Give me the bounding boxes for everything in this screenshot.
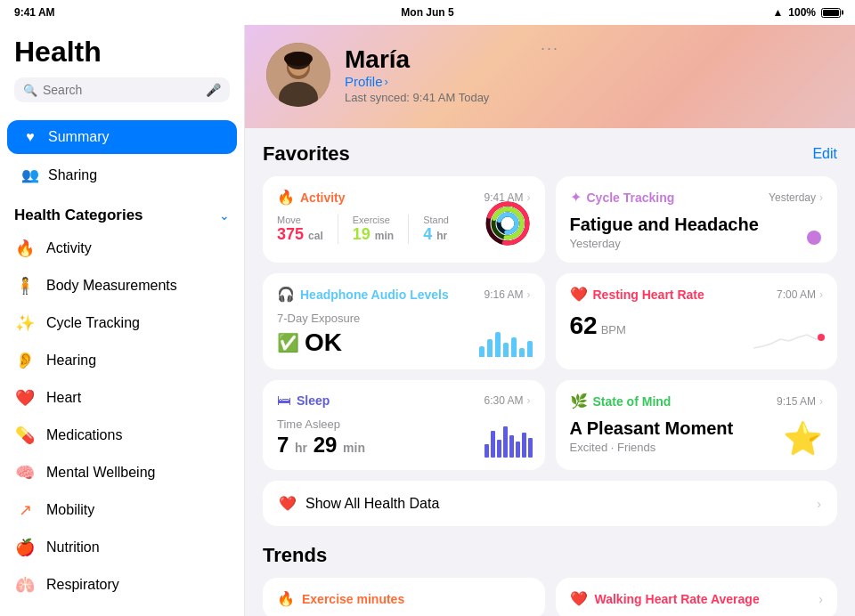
- cycle-dot: [807, 231, 821, 245]
- wifi-icon: ▲: [772, 6, 783, 19]
- battery-percent: 100%: [788, 6, 816, 19]
- sidebar-item-hearing[interactable]: 👂 Hearing: [0, 342, 244, 379]
- heart-rate-chart: [753, 321, 825, 357]
- cycle-card-title: Cycle Tracking: [587, 190, 675, 205]
- sidebar-item-cycle[interactable]: ✨ Cycle Tracking: [0, 304, 244, 342]
- sidebar-item-heart[interactable]: ❤️ Heart: [0, 379, 244, 417]
- status-time: 9:41 AM: [14, 6, 55, 19]
- activity-card[interactable]: 🔥 Activity 9:41 AM › Move 375: [263, 176, 545, 263]
- mindstate-card-title: State of Mind: [593, 394, 672, 409]
- trends-title: Trends: [263, 544, 837, 567]
- activity-card-icon: 🔥: [277, 189, 295, 206]
- exercise-stat: Exercise 19 min: [353, 215, 394, 244]
- trend-heart-label: Walking Heart Rate Average: [595, 592, 760, 606]
- profile-info: María Profile › Last synced: 9:41 AM Tod…: [345, 45, 834, 104]
- cycle-chevron-icon: ›: [819, 191, 823, 204]
- profile-header: ··· María Profile › Last synced: 9:41 AM: [245, 25, 855, 128]
- category-label-activity: Activity: [46, 240, 92, 256]
- show-all-chevron-icon: ›: [817, 497, 821, 511]
- sidebar-header: Health 🔍 🎤: [0, 25, 244, 118]
- stand-value: 4 hr: [423, 225, 449, 244]
- profile-link[interactable]: Profile ›: [345, 74, 834, 89]
- bpm-value: 62: [570, 312, 598, 340]
- app-body: Health 🔍 🎤 ♥ Summary 👥 Sharing Health Ca…: [0, 25, 855, 616]
- mic-icon[interactable]: 🎤: [206, 83, 221, 97]
- mindstate-chevron-icon: ›: [819, 395, 823, 408]
- trend-exercise-card[interactable]: 🔥 Exercise minutes: [263, 578, 545, 616]
- sleep-bar-7: [522, 433, 526, 458]
- move-value: 375 cal: [277, 225, 323, 244]
- cycle-card[interactable]: ✦ Cycle Tracking Yesterday › Fatigue and…: [556, 176, 838, 263]
- search-input[interactable]: [43, 83, 200, 97]
- headphone-card-header: 🎧 Headphone Audio Levels 9:16 AM ›: [277, 286, 531, 303]
- trend-heart-icon: ❤️: [570, 590, 588, 607]
- heart-rate-card-header: ❤️ Resting Heart Rate 7:00 AM ›: [570, 286, 824, 303]
- category-label-nutrition: Nutrition: [46, 539, 100, 555]
- edit-button[interactable]: Edit: [812, 146, 837, 162]
- cycle-time: Yesterday ›: [769, 191, 823, 204]
- heart-icon: ❤️: [14, 387, 36, 409]
- status-day: Mon Jun 5: [401, 6, 453, 19]
- show-all-card[interactable]: ❤️ Show All Health Data ›: [263, 481, 837, 526]
- sidebar-item-summary[interactable]: ♥ Summary: [7, 120, 237, 154]
- mental-icon: 🧠: [14, 462, 36, 483]
- category-label-medications: Medications: [46, 427, 122, 443]
- activity-title-row: 🔥 Activity: [277, 189, 346, 206]
- stand-stat: Stand 4 hr: [423, 215, 449, 244]
- sleep-bar-8: [528, 438, 533, 458]
- headphone-card[interactable]: 🎧 Headphone Audio Levels 9:16 AM › 7-Day…: [263, 273, 545, 369]
- search-bar[interactable]: 🔍 🎤: [14, 77, 230, 102]
- nutrition-icon: 🍎: [14, 537, 36, 558]
- heart-chevron-icon: ›: [819, 288, 823, 301]
- category-label-mobility: Mobility: [46, 502, 94, 518]
- state-of-mind-card[interactable]: 🌿 State of Mind 9:15 AM › A Pleasant Mom…: [556, 380, 838, 470]
- sidebar-item-mental[interactable]: 🧠 Mental Wellbeing: [0, 454, 244, 491]
- sidebar-item-mobility[interactable]: ↗ Mobility: [0, 491, 244, 529]
- mindstate-card-header: 🌿 State of Mind 9:15 AM ›: [570, 393, 824, 409]
- cycle-card-header: ✦ Cycle Tracking Yesterday ›: [570, 189, 824, 206]
- sidebar: Health 🔍 🎤 ♥ Summary 👥 Sharing Health Ca…: [0, 25, 245, 616]
- cycle-card-icon: ✦: [570, 189, 582, 206]
- headphone-bar-chart: [479, 321, 533, 357]
- favorites-section: Favorites Edit 🔥 Activity 9:41 AM ›: [245, 128, 855, 616]
- bar-7: [527, 341, 533, 357]
- sleep-bar-4: [503, 426, 508, 458]
- chevron-down-icon[interactable]: ⌄: [219, 208, 230, 223]
- bar-1: [479, 346, 484, 357]
- heart-rate-card[interactable]: ❤️ Resting Heart Rate 7:00 AM › 62 BPM: [556, 273, 838, 369]
- sleep-bar-3: [497, 440, 501, 458]
- cycle-title-row: ✦ Cycle Tracking: [570, 189, 675, 206]
- sidebar-item-activity[interactable]: 🔥 Activity: [0, 230, 244, 267]
- sidebar-item-body[interactable]: 🧍 Body Measurements: [0, 267, 244, 304]
- sidebar-item-sleep[interactable]: 🛏 Sleep: [0, 604, 244, 616]
- sidebar-item-sharing[interactable]: 👥 Sharing: [7, 158, 237, 192]
- trends-row: 🔥 Exercise minutes ❤️ Walking Heart Rate…: [263, 578, 837, 616]
- avatar: [266, 43, 330, 107]
- trend-heart-card[interactable]: ❤️ Walking Heart Rate Average ›: [556, 578, 838, 616]
- sidebar-item-medications[interactable]: 💊 Medications: [0, 417, 244, 454]
- cycle-date: Yesterday: [570, 237, 824, 250]
- exercise-value: 19 min: [353, 225, 394, 244]
- more-dots[interactable]: ···: [541, 39, 559, 58]
- mindstate-title-row: 🌿 State of Mind: [570, 393, 672, 409]
- sleep-bar-6: [516, 442, 520, 458]
- categories-section-header: Health Categories ⌄: [0, 194, 244, 230]
- app-title: Health: [14, 36, 230, 69]
- sleep-card[interactable]: 🛏 Sleep 6:30 AM › Time Asleep 7 hr 2: [263, 380, 545, 470]
- bpm-unit: BPM: [601, 323, 626, 336]
- medications-icon: 💊: [14, 425, 36, 446]
- sidebar-item-nutrition[interactable]: 🍎 Nutrition: [0, 529, 244, 566]
- show-all-icon: ❤️: [279, 495, 297, 512]
- svg-point-12: [818, 334, 825, 341]
- sleep-card-header: 🛏 Sleep 6:30 AM ›: [277, 393, 531, 409]
- move-stat: Move 375 cal: [277, 215, 323, 244]
- bar-3: [495, 332, 501, 357]
- headphone-card-title: Headphone Audio Levels: [300, 288, 449, 302]
- heart-rate-card-title: Resting Heart Rate: [593, 288, 704, 302]
- search-icon: 🔍: [23, 84, 37, 97]
- sidebar-item-respiratory[interactable]: 🫁 Respiratory: [0, 566, 244, 604]
- cycle-symptom: Fatigue and Headache: [570, 215, 824, 235]
- favorites-header: Favorites Edit: [263, 142, 837, 166]
- check-icon: ✅: [277, 332, 299, 353]
- cards-grid: 🔥 Activity 9:41 AM › Move 375: [263, 176, 837, 470]
